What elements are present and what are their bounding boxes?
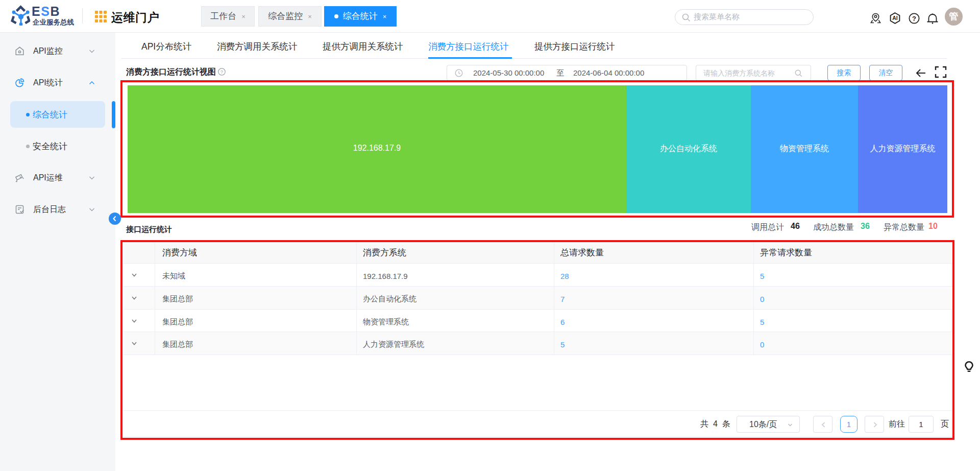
svg-text:?: ? — [220, 69, 223, 75]
svg-text:?: ? — [912, 15, 916, 22]
